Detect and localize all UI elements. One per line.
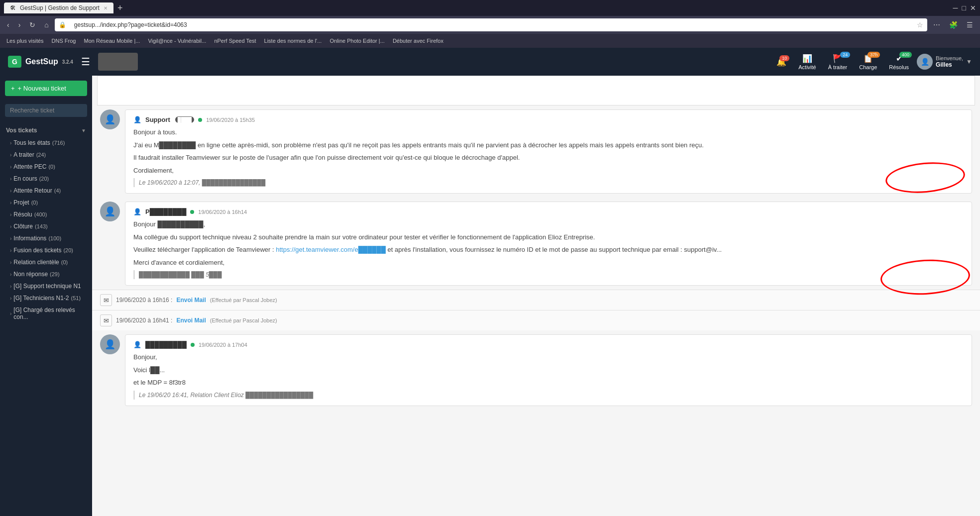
sidebar-item-relationclientele[interactable]: › Relation clientèle (0) [0, 256, 92, 268]
home-button[interactable]: ⌂ [41, 20, 51, 30]
item-count: (20) [39, 176, 49, 182]
user-icon: 👤 [133, 116, 141, 123]
item-label: Résolu [13, 211, 32, 218]
message-wrapper-2: 👤 👤 P████████ 19/06/2020 à 16h14 Bonjour… [100, 198, 972, 290]
item-label: En cours [13, 175, 37, 182]
message-header-2: 👤 P████████ 19/06/2020 à 16h14 [133, 208, 964, 215]
item-label: Clôture [13, 223, 33, 230]
app-header: G GestSup 3.2.4 ☰ 🔔 10 📊 Activité 🚩 À tr… [0, 48, 980, 76]
online-indicator-3 [191, 343, 195, 347]
resolus-button[interactable]: ✔ Résolus 400 [885, 52, 913, 72]
online-indicator-2 [190, 210, 194, 214]
message-avatar-2: 👤 [100, 202, 120, 221]
sidebar-item-touslesetats[interactable]: › Tous les états (716) [0, 137, 92, 149]
sidebar-item-informations[interactable]: › Informations (100) [0, 232, 92, 244]
welcome-text: Bienvenue, [936, 55, 963, 61]
main-content: + + Nouveau ticket Vos tickets ▼ › Tous … [0, 76, 980, 516]
bookmark-nperf[interactable]: nPerf Speed Test [212, 37, 258, 45]
sidebar-item-nonreponse[interactable]: › Non réponse (29) [0, 268, 92, 280]
bookmark-mostvisited[interactable]: Les plus visités [4, 37, 46, 45]
bookmark-monreseau[interactable]: Mon Réseau Mobile |... [82, 37, 143, 45]
sidebar-item-fusiontickets[interactable]: › Fusion des tickets (20) [0, 244, 92, 256]
search-input[interactable] [5, 104, 87, 117]
email-link-2[interactable]: Envoi Mail [176, 317, 206, 324]
bookmark-firefox[interactable]: Débuter avec Firefox [390, 37, 446, 45]
close-button[interactable]: ✕ [970, 4, 976, 12]
traiter-label: À traiter [828, 64, 848, 70]
resolus-badge: 400 [899, 52, 912, 58]
item-count: (29) [50, 271, 60, 277]
sidebar-item-atraiter[interactable]: › A traiter (24) [0, 149, 92, 161]
user-menu-chevron[interactable]: ▼ [966, 58, 972, 65]
msg3-line1: Bonjour, [133, 352, 964, 362]
address-bar[interactable] [69, 19, 914, 30]
bookmark-star-icon[interactable]: ☆ [917, 21, 923, 29]
traiter-badge: 24 [840, 52, 850, 58]
app-name: GestSup [25, 57, 58, 66]
tab-close-button[interactable]: ✕ [104, 5, 108, 11]
back-button[interactable]: ‹ [4, 20, 12, 30]
message-card-2: 👤 P████████ 19/06/2020 à 16h14 Bonjour █… [125, 202, 972, 286]
sidebar-item-projet[interactable]: › Projet (0) [0, 197, 92, 208]
activity-icon: 📊 [802, 54, 812, 63]
sidebar-item-encours[interactable]: › En cours (20) [0, 173, 92, 185]
extensions-button[interactable]: 🧩 [946, 20, 961, 30]
teamviewer-link[interactable]: https://get.teamviewer.com/e██████ [276, 246, 386, 253]
item-chevron: › [10, 260, 11, 265]
maximize-button[interactable]: □ [962, 4, 966, 12]
sidebar-item-techniciens[interactable]: › [G] Techniciens N1-2 (51) [0, 292, 92, 304]
forward-button[interactable]: › [15, 20, 24, 30]
user-greeting: Bienvenue, Gilles [936, 55, 963, 68]
tickets-section: Vos tickets ▼ › Tous les états (716) › A… [0, 120, 92, 327]
email-icon-1: ✉ [100, 294, 112, 306]
active-tab[interactable]: 🛠 GestSup | Gestion de Support ✕ [4, 2, 113, 13]
sidebar-item-supportn1[interactable]: › [G] Support technique N1 [0, 280, 92, 292]
msg2-line3: Veuillez télécharger l'application de Te… [133, 245, 964, 255]
logo-icon: G [8, 56, 21, 68]
message-body-3: Bonjour, Voici l██... et le MDP = 8f3tr8… [133, 352, 964, 400]
item-count: (0) [31, 200, 38, 206]
item-count: (0) [48, 164, 55, 170]
menu-button[interactable]: ☰ [964, 20, 976, 30]
activity-button[interactable]: 📊 Activité [794, 52, 820, 72]
message-card-1: 👤 Support████ 19/06/2020 à 15h35 Bonjour… [125, 109, 972, 194]
tab-favicon: 🛠 [10, 4, 16, 11]
bookmark-normes[interactable]: Liste des normes de l'... [262, 37, 325, 45]
charge-button[interactable]: 📋 Charge 37h [855, 52, 881, 72]
msg2-quoted: ████████████ ███ 5███ [133, 270, 964, 279]
bookmark-photoedit[interactable]: Online Photo Editor |... [327, 37, 387, 45]
sidebar-item-charge[interactable]: › [G] Chargé des relevés con... [0, 304, 92, 323]
message-header-1: 👤 Support████ 19/06/2020 à 15h35 [133, 116, 964, 123]
msg2-line2: Ma collègue du support technique niveau … [133, 232, 964, 242]
sidebar-section-header[interactable]: Vos tickets ▼ [0, 124, 92, 137]
traiter-button[interactable]: 🚩 À traiter 24 [824, 52, 852, 72]
item-chevron: › [10, 212, 11, 217]
sidebar-item-attenteretour[interactable]: › Attente Retour (4) [0, 185, 92, 197]
hamburger-button[interactable]: ☰ [79, 54, 92, 70]
sidebar-item-cloture[interactable]: › Clôture (143) [0, 220, 92, 232]
msg2-line4: Merci d'avance et cordialement, [133, 258, 964, 268]
email-by-1: (Effectué par Pascal Jobez) [210, 297, 277, 303]
item-label: Projet [13, 199, 29, 206]
message-date-2: 19/06/2020 à 16h14 [198, 209, 247, 215]
email-link-1[interactable]: Envoi Mail [176, 297, 206, 304]
message-wrapper-1: 👤 👤 Support████ 19/06/2020 à 15h35 [100, 105, 972, 198]
bookmark-dnsfrog[interactable]: DNS Frog [49, 37, 79, 45]
new-tab-button[interactable]: + [113, 1, 127, 15]
online-indicator-1 [198, 118, 202, 122]
sidebar-item-attentepec[interactable]: › Attente PEC (0) [0, 161, 92, 173]
new-ticket-button[interactable]: + + Nouveau ticket [5, 81, 87, 96]
notifications-button[interactable]: 🔔 10 [772, 55, 790, 69]
message-body-1: Bonjour à tous. J'ai eu M████████ en lig… [133, 127, 964, 187]
msg2-line1: Bonjour ██████████, [133, 219, 964, 229]
sidebar-item-resolu[interactable]: › Résolu (400) [0, 208, 92, 220]
bookmark-vigilance[interactable]: Vigil@nce - Vulnérabil... [145, 37, 209, 45]
msg1-line1: Bonjour à tous. [133, 127, 964, 137]
reload-button[interactable]: ↻ [26, 20, 38, 30]
item-label: Attente PEC [13, 163, 46, 170]
item-label: Tous les états [13, 139, 50, 146]
more-options-button[interactable]: ⋯ [930, 20, 943, 30]
email-line-2: ✉ 19/06/2020 à 16h41 : Envoi Mail (Effec… [92, 310, 980, 330]
item-count: (400) [34, 211, 47, 217]
minimize-button[interactable]: ─ [953, 4, 958, 12]
